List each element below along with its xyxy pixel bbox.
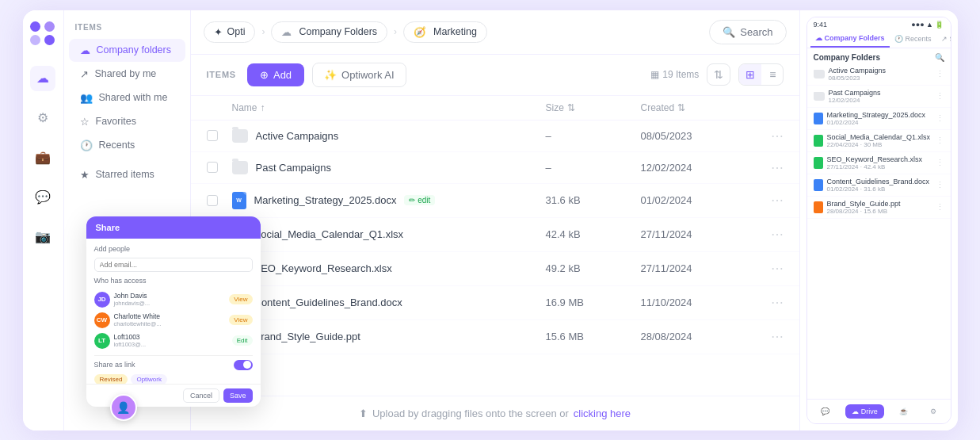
sidebar-item-recents[interactable]: 🕐 Recents [69, 134, 185, 157]
app-logo[interactable] [30, 21, 55, 47]
header-name[interactable]: Name ↑ [232, 102, 546, 113]
add-people-input[interactable] [94, 258, 253, 272]
file-name-cell: W Content_Guidelines_Brand.docx [232, 294, 546, 312]
phone-more-icon[interactable]: ⋮ [936, 91, 944, 101]
phone-search-icon[interactable]: 🔍 [935, 53, 944, 62]
phone-file-row[interactable]: Past Campaigns 12/02/2024 ⋮ [807, 86, 951, 108]
phone-file-row[interactable]: Active Campaigns 08/05/2023 ⋮ [807, 63, 951, 86]
phone-more-icon[interactable]: ⋮ [936, 113, 944, 124]
user-email: johndavis@... [114, 300, 151, 307]
save-button[interactable]: Save [223, 388, 253, 403]
sidebar-item-company-folders[interactable]: ☁ Company folders [69, 39, 185, 62]
nav-icon-briefcase[interactable]: 💼 [30, 145, 55, 170]
link-share-toggle[interactable] [234, 360, 253, 370]
search-button[interactable]: 🔍 Search [709, 20, 786, 44]
user-avatar[interactable]: 👤 [110, 394, 137, 421]
phone-docx-icon [814, 179, 823, 191]
phone-tab-recents[interactable]: 🕐 Recents [890, 30, 936, 48]
phone-more-icon[interactable]: ⋮ [936, 69, 944, 79]
phone-file-row[interactable]: Content_Guidelines_Brand.docx 01/02/2024… [807, 174, 951, 197]
table-row[interactable]: Past Campaigns – 12/02/2024 ⋯ [191, 152, 799, 184]
phone-file-row[interactable]: SEO_Keyword_Research.xlsx 27/11/2024 · 4… [807, 152, 951, 174]
sidebar-section-label: ITEMS [64, 23, 190, 38]
nav-icon-chat[interactable]: 💬 [30, 185, 55, 210]
link-share-row: Share as link [94, 360, 253, 370]
phone-file-info: Social_Media_Calendar_Q1.xlsx 22/04/2024… [814, 133, 931, 148]
more-options-icon[interactable]: ⋯ [752, 193, 784, 208]
sidebar-item-shared-by-me[interactable]: ↗ Shared by me [69, 63, 185, 86]
phone-coffee-button[interactable]: ☕ [893, 404, 914, 419]
phone-settings-button[interactable]: ⚙ [924, 404, 943, 419]
breadcrumb-marketing[interactable]: 🧭 Marketing [403, 21, 487, 43]
phone-more-icon[interactable]: ⋮ [936, 136, 944, 146]
table-row[interactable]: P Brand_Style_Guide.ppt 15.6 MB 28/08/20… [191, 320, 799, 354]
phone-tab-shared[interactable]: ↗ Sh [936, 30, 951, 48]
share-card-header: Share [86, 216, 261, 239]
file-size: 31.6 kB [546, 194, 641, 206]
file-name: Social_Media_Calendar_Q1.xlsx [254, 228, 404, 240]
cancel-button[interactable]: Cancel [183, 388, 219, 403]
add-button[interactable]: ⊕ Add [247, 63, 304, 86]
sort-button[interactable]: ⇅ [707, 63, 730, 86]
user-role-badge[interactable]: Edit [232, 335, 253, 346]
sidebar-item-shared-with-me[interactable]: 👥 Shared with me [69, 86, 185, 109]
phone-file-row[interactable]: Marketing_Strategy_2025.docx 01/02/2024 … [807, 108, 951, 130]
more-options-icon[interactable]: ⋯ [752, 295, 784, 310]
badge-row: Revised Optiwork [94, 374, 253, 384]
ai-button[interactable]: ✨ Optiwork AI [312, 63, 406, 87]
phone-file-name: Social_Media_Calendar_Q1.xlsx [827, 133, 931, 141]
user-role-badge[interactable]: View [229, 294, 252, 304]
phone-more-icon[interactable]: ⋮ [936, 158, 944, 168]
avatar: JD [94, 292, 110, 308]
search-icon: 🔍 [723, 26, 735, 38]
phone-more-icon[interactable]: ⋮ [936, 180, 944, 190]
upload-link[interactable]: clicking here [574, 407, 631, 419]
user-name: Loft1003 [114, 333, 147, 341]
nav-icon-cloud[interactable]: ☁ [30, 66, 55, 91]
phone-file-date: 08/05/2023 [829, 75, 887, 82]
table-row[interactable]: X Social_Media_Calendar_Q1.xlsx 42.4 kB … [191, 218, 799, 252]
table-row[interactable]: Active Campaigns – 08/05/2023 ⋯ [191, 121, 799, 152]
user-role-badge[interactable]: View [229, 315, 252, 325]
more-options-icon[interactable]: ⋯ [752, 160, 784, 175]
more-options-icon[interactable]: ⋯ [752, 227, 784, 242]
phone-chat-button[interactable]: 💬 [814, 404, 836, 419]
phone-tab-company-folders[interactable]: ☁ Company Folders [810, 30, 890, 48]
row-checkbox[interactable] [207, 130, 218, 141]
phone-file-row[interactable]: Social_Media_Calendar_Q1.xlsx 22/04/2024… [807, 130, 951, 152]
more-options-icon[interactable]: ⋯ [752, 329, 784, 344]
nav-icon-video[interactable]: 📷 [30, 224, 55, 250]
sidebar-item-label: Company folders [97, 44, 172, 55]
add-icon: ⊕ [260, 69, 269, 81]
row-checkbox[interactable] [207, 162, 218, 173]
breadcrumb-opti[interactable]: ✦ Opti [204, 21, 256, 43]
nav-icon-grid[interactable]: ⚙ [30, 105, 55, 131]
breadcrumb-company-folders[interactable]: ☁ Company Folders [271, 21, 387, 43]
table-header: Name ↑ Size ⇅ Created ⇅ [191, 96, 799, 121]
clock-tab-icon: 🕐 [894, 35, 903, 43]
star-icon: ☆ [80, 116, 90, 128]
phone-more-icon[interactable]: ⋮ [936, 202, 944, 212]
grid-view-button[interactable]: ⊞ [739, 64, 761, 85]
right-panel: 9:41 ●●● ▲ 🔋 ☁ Company Folders 🕐 Recents… [799, 10, 958, 430]
row-checkbox[interactable] [207, 195, 218, 206]
sidebar-item-starred[interactable]: ★ Starred items [69, 163, 185, 186]
top-bar: ✦ Opti › ☁ Company Folders › 🧭 Marketing… [191, 10, 799, 55]
list-view-button[interactable]: ≡ [763, 64, 782, 85]
table-row[interactable]: W Marketing_Strategy_2025.docx ✏ edit 31… [191, 184, 799, 218]
phone-drive-button[interactable]: ☁ Drive [845, 404, 884, 419]
phone-file-row[interactable]: Brand_Style_Guide.ppt 28/08/2024 · 15.6 … [807, 197, 951, 219]
user-email: loft1003@... [114, 341, 147, 348]
header-created[interactable]: Created ⇅ [641, 102, 752, 113]
header-size[interactable]: Size ⇅ [546, 102, 641, 113]
more-options-icon[interactable]: ⋯ [752, 261, 784, 276]
link-share-label: Share as link [94, 361, 135, 369]
phone-file-info: SEO_Keyword_Research.xlsx 27/11/2024 · 4… [814, 155, 923, 170]
more-options-icon[interactable]: ⋯ [752, 128, 784, 143]
phone-tab-label: Recents [906, 35, 932, 43]
sidebar-item-favorites[interactable]: ☆ Favorites [69, 110, 185, 133]
cloud-tab-icon: ☁ [815, 34, 822, 42]
table-row[interactable]: X SEO_Keyword_Research.xlsx 49.2 kB 27/1… [191, 252, 799, 286]
file-date: 11/10/2024 [641, 297, 752, 308]
table-row[interactable]: W Content_Guidelines_Brand.docx 16.9 MB … [191, 286, 799, 320]
